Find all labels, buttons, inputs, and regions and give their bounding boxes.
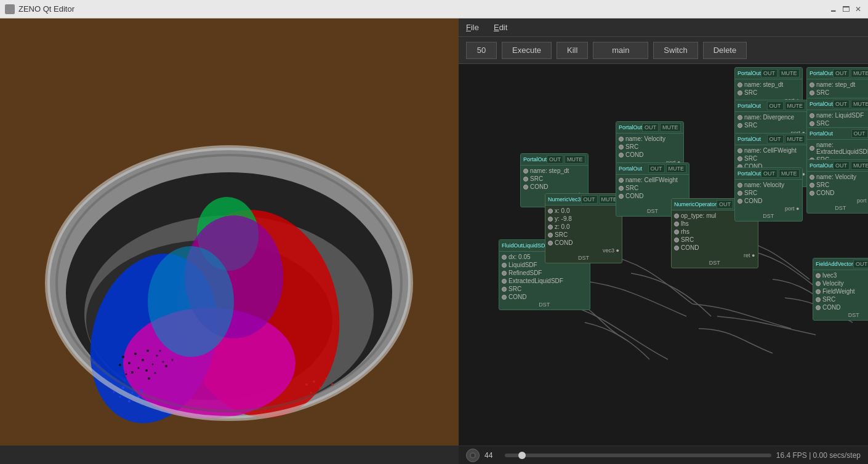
port[interactable] bbox=[523, 185, 528, 190]
node-field-add-vec[interactable]: FieldAddVector OUT MUTE lvec3 Velocity F… bbox=[813, 258, 868, 321]
node-portal-vel-2[interactable]: PortalOut OUT MUTE name: Velocity SRC CO… bbox=[734, 167, 803, 222]
play-button[interactable] bbox=[466, 449, 480, 462]
port[interactable] bbox=[737, 82, 742, 87]
maximize-button[interactable]: 🗖 bbox=[841, 4, 851, 14]
port[interactable] bbox=[810, 121, 814, 126]
svg-point-40 bbox=[113, 391, 115, 393]
node-mute-btn[interactable]: MUTE bbox=[660, 123, 681, 132]
kill-button[interactable]: Kill bbox=[557, 42, 588, 59]
port[interactable] bbox=[674, 214, 679, 218]
node-out-btn[interactable]: OUT bbox=[642, 123, 659, 132]
node-portal-vel-3[interactable]: PortalOut OUT MUTE name: Velocity SRC CO… bbox=[806, 159, 868, 214]
node-out-btn[interactable]: OUT bbox=[761, 69, 778, 78]
port[interactable] bbox=[737, 123, 742, 128]
port[interactable] bbox=[523, 169, 528, 174]
node-out-btn[interactable]: OUT bbox=[761, 169, 778, 178]
port-left[interactable] bbox=[502, 271, 507, 276]
port-left[interactable] bbox=[502, 263, 507, 268]
port[interactable] bbox=[816, 281, 821, 286]
port[interactable] bbox=[737, 156, 742, 161]
port[interactable] bbox=[619, 137, 624, 142]
menu-file[interactable]: File bbox=[464, 22, 481, 33]
port[interactable] bbox=[810, 146, 814, 151]
port[interactable] bbox=[548, 241, 553, 246]
node-out-btn[interactable]: OUT bbox=[767, 102, 784, 110]
node-mute-btn[interactable]: MUTE bbox=[666, 164, 687, 173]
port[interactable] bbox=[674, 246, 679, 250]
port-left[interactable] bbox=[502, 279, 507, 284]
svg-point-11 bbox=[147, 350, 149, 352]
port[interactable] bbox=[674, 230, 679, 234]
node-out-btn[interactable]: OUT bbox=[851, 129, 868, 138]
node-out-btn[interactable]: OUT bbox=[717, 200, 733, 209]
node-out-btn[interactable]: OUT bbox=[853, 260, 868, 268]
port[interactable] bbox=[548, 225, 553, 230]
viewport bbox=[0, 18, 459, 446]
svg-point-38 bbox=[119, 396, 121, 398]
port[interactable] bbox=[548, 209, 553, 214]
port[interactable] bbox=[810, 191, 814, 196]
node-out-btn[interactable]: OUT bbox=[833, 69, 850, 78]
port[interactable] bbox=[674, 222, 679, 226]
graph-name-input[interactable] bbox=[593, 42, 648, 59]
node-mute-btn[interactable]: MUTE bbox=[785, 135, 806, 143]
execute-button[interactable]: Execute bbox=[502, 42, 552, 59]
timeline-thumb[interactable] bbox=[518, 452, 526, 459]
node-mute-btn[interactable]: MUTE bbox=[851, 69, 868, 78]
port[interactable] bbox=[816, 297, 821, 302]
node-mute-btn[interactable]: MUTE bbox=[565, 155, 585, 164]
port[interactable] bbox=[810, 82, 814, 87]
node-mute-btn[interactable]: MUTE bbox=[785, 102, 806, 110]
switch-button[interactable]: Switch bbox=[653, 42, 697, 59]
port[interactable] bbox=[619, 153, 624, 158]
close-button[interactable]: ✕ bbox=[853, 4, 863, 14]
node-label: PortalOut bbox=[737, 103, 761, 109]
node-canvas[interactable]: FluidOutLiquidSDF OUT MUTE dx: 0.05 Liqu… bbox=[459, 64, 868, 446]
delete-button[interactable]: Delete bbox=[703, 42, 747, 59]
port[interactable] bbox=[619, 186, 624, 191]
port[interactable] bbox=[619, 194, 624, 199]
port[interactable] bbox=[816, 273, 821, 278]
node-mute-btn[interactable]: MUTE bbox=[779, 169, 800, 178]
node-out-btn[interactable]: OUT bbox=[767, 135, 784, 143]
port[interactable] bbox=[816, 305, 821, 310]
port[interactable] bbox=[810, 90, 814, 95]
port[interactable] bbox=[619, 178, 624, 183]
port[interactable] bbox=[737, 191, 742, 196]
menu-edit[interactable]: Edit bbox=[491, 22, 510, 33]
node-numeric-vec3[interactable]: NumericVec3 OUT MUTE x: 0.0 y: -9.8 z: 0… bbox=[545, 193, 622, 263]
port-left[interactable] bbox=[502, 295, 507, 300]
port[interactable] bbox=[737, 90, 742, 95]
svg-point-26 bbox=[165, 365, 167, 367]
port-left[interactable] bbox=[502, 255, 507, 260]
frame-input[interactable] bbox=[466, 42, 497, 59]
node-header: PortalOut OUT MUTE bbox=[735, 68, 802, 79]
node-out-btn[interactable]: OUT bbox=[547, 155, 563, 164]
node-out-btn[interactable]: OUT bbox=[648, 164, 665, 173]
node-label: PortalOut bbox=[737, 70, 761, 76]
port[interactable] bbox=[810, 175, 814, 180]
minimize-button[interactable]: 🗕 bbox=[829, 4, 838, 14]
node-out-btn[interactable]: OUT bbox=[833, 161, 850, 170]
port[interactable] bbox=[548, 217, 553, 222]
node-out-btn[interactable]: OUT bbox=[581, 195, 598, 204]
port[interactable] bbox=[523, 177, 528, 182]
port-left[interactable] bbox=[502, 287, 507, 292]
port[interactable] bbox=[737, 199, 742, 204]
port[interactable] bbox=[674, 238, 679, 242]
port[interactable] bbox=[619, 145, 624, 150]
port[interactable] bbox=[810, 113, 814, 118]
port[interactable] bbox=[810, 183, 814, 188]
port[interactable] bbox=[737, 148, 742, 153]
node-mute-btn[interactable]: MUTE bbox=[779, 69, 800, 78]
node-label: PortalOut bbox=[810, 162, 833, 169]
node-mute-btn[interactable]: MUTE bbox=[851, 100, 868, 108]
node-out-btn[interactable]: OUT bbox=[833, 100, 850, 108]
port[interactable] bbox=[737, 115, 742, 120]
node-label: FieldAddVector bbox=[816, 261, 853, 267]
port[interactable] bbox=[548, 233, 553, 238]
port[interactable] bbox=[737, 183, 742, 188]
timeline-scrubber[interactable] bbox=[505, 454, 771, 457]
port[interactable] bbox=[816, 289, 821, 294]
node-mute-btn[interactable]: MUTE bbox=[851, 161, 868, 170]
